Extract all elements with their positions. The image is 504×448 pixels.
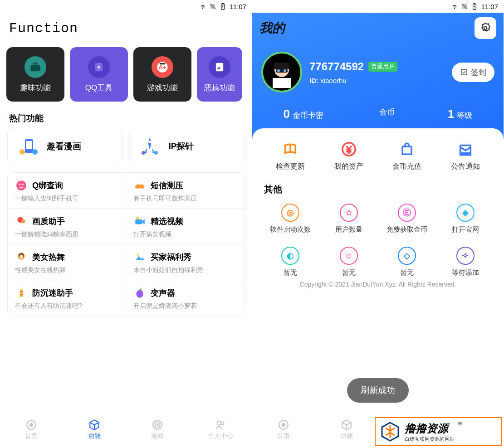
featured-ip[interactable]: IP探针 [129, 129, 245, 164]
featured-label: 趣看漫画 [47, 141, 81, 152]
assets-button[interactable]: 我的资产 [334, 141, 363, 171]
book-icon [282, 141, 298, 157]
other-item[interactable]: ✧等待添加 [436, 247, 495, 277]
svg-rect-21 [135, 219, 142, 224]
girl-icon [15, 251, 28, 263]
svg-point-10 [32, 149, 38, 155]
checkin-button[interactable]: 签到 [452, 63, 494, 82]
bolt-icon [88, 56, 110, 78]
svg-rect-6 [216, 63, 223, 71]
note-icon [209, 56, 230, 78]
svg-point-28 [136, 290, 143, 298]
other-item[interactable]: ◎软件启动次数 [261, 204, 320, 234]
briefcase-icon [24, 56, 46, 78]
svg-point-9 [20, 149, 25, 155]
other-item[interactable]: ◈打开官网 [436, 204, 495, 234]
nav-function[interactable]: 功能 [315, 411, 378, 448]
list-item[interactable]: 短信测压 有手机号即可轰炸测压 [126, 173, 244, 208]
featured-row: 趣看漫画 IP探针 [0, 129, 252, 164]
other-item[interactable]: Ⓔ免费获取金币 [378, 204, 436, 234]
svg-rect-2 [31, 65, 40, 71]
category-game[interactable]: A+ 游戏功能 [133, 47, 191, 102]
stats-row: 0金币卡密 金币 1等级 [252, 93, 504, 121]
status-time: 11:07 [229, 3, 246, 10]
list-item[interactable]: Q绑查询 一键输入查询到手机号 [8, 173, 126, 208]
featured-comics[interactable]: 趣看漫画 [7, 129, 123, 164]
nav-game[interactable]: 游戏 [126, 411, 189, 448]
svg-text:A+: A+ [159, 63, 166, 70]
smile-icon [15, 179, 28, 192]
battery-icon [219, 3, 226, 10]
page-title: Function [0, 13, 252, 40]
svg-point-20 [21, 219, 25, 224]
other-icon: ✧ [456, 247, 475, 265]
avatar[interactable] [261, 52, 302, 93]
lighthouse-icon [15, 287, 28, 299]
settings-button[interactable] [475, 17, 496, 39]
list-item[interactable]: 买家福利秀 来自小姐姐们自拍福利秀 [126, 244, 244, 280]
eggplant-icon [133, 287, 146, 299]
other-item[interactable]: ☆用户数量 [320, 204, 378, 234]
svg-point-14 [16, 180, 26, 190]
user-id: ID: xiaoerhu [309, 77, 445, 84]
list-item[interactable]: 画质助手 一键解锁吃鸡帧率画质 [8, 209, 126, 244]
nav-home[interactable]: 首页 [0, 411, 63, 448]
nav-profile[interactable]: 个人中心 [189, 411, 252, 448]
profile-hero: 我的 776774592 普通用户 ID: xiaoerhu 签到 0金币卡密 … [252, 13, 504, 139]
copyright: Copyright © 2021 JianDuiYun.Xyz. All Rig… [261, 277, 494, 292]
function-screen: 11:07 Function 趣味功能 QQ工具 A+ 游戏功能 恶搞功能 热门… [0, 0, 252, 448]
profile-screen: 11:07 我的 776774592 普通用户 ID: xiaoerhu 签到 … [252, 0, 504, 448]
featured-label: IP探针 [169, 141, 194, 152]
status-bar: 11:07 [0, 0, 252, 13]
category-fun[interactable]: 趣味功能 [6, 47, 64, 102]
comic-icon [15, 136, 40, 157]
status-bar: 11:07 [252, 0, 504, 13]
svg-rect-8 [26, 141, 32, 149]
svg-point-35 [221, 422, 224, 425]
stat-level[interactable]: 1等级 [448, 107, 472, 121]
watermark: 撸撸资源 白嫖互联网资源的网站 ® [375, 417, 502, 446]
other-item[interactable]: ◇暂无 [378, 247, 436, 277]
svg-rect-26 [20, 291, 23, 292]
list-item[interactable]: 美女热舞 性感美女在线热舞 [8, 244, 126, 280]
toast: 刷新成功 [347, 378, 409, 403]
bag-icon [399, 141, 415, 157]
user-uid: 776774592 [309, 60, 364, 73]
svg-point-24 [20, 255, 24, 259]
svg-point-38 [484, 27, 487, 30]
svg-point-43 [277, 69, 280, 72]
category-label: 游戏功能 [147, 83, 178, 93]
svg-point-15 [19, 184, 20, 185]
other-item[interactable]: ◐暂无 [261, 247, 320, 277]
list-item[interactable]: 防沉迷助手 不会还有人有防沉迷吧? [8, 280, 126, 316]
svg-rect-1 [222, 3, 224, 4]
svg-point-51 [282, 424, 285, 427]
sofa-icon [133, 179, 146, 192]
list-item[interactable]: 精选视频 打开搞笑视频 [126, 209, 244, 244]
main-panel: 检查更新 我的资产 金币充值 公告通知 其他 ◎软件启动次数☆用户数量Ⓔ免费获取… [252, 128, 504, 411]
svg-point-30 [30, 424, 33, 427]
list-item[interactable]: 变声器 开启便是娇滴滴小萝莉 [126, 280, 244, 316]
status-time: 11:07 [481, 3, 498, 10]
other-icon: Ⓔ [398, 204, 416, 222]
other-grid: ◎软件启动次数☆用户数量Ⓔ免费获取金币◈打开官网◐暂无☺暂无◇暂无✧等待添加 [261, 204, 494, 277]
nav-function[interactable]: 功能 [63, 411, 126, 448]
rocket-icon [137, 136, 162, 157]
stat-coins[interactable]: 金币 [377, 107, 395, 121]
notice-button[interactable]: 公告通知 [451, 141, 480, 171]
no-sim-icon [461, 3, 468, 10]
nav-home[interactable]: 首页 [252, 411, 315, 448]
svg-rect-37 [474, 3, 475, 4]
category-label: QQ工具 [85, 83, 113, 93]
other-item[interactable]: ☺暂无 [320, 247, 378, 277]
watermark-subtitle: 白嫖互联网资源的网站 [405, 436, 455, 443]
svg-point-13 [154, 151, 158, 155]
watermark-r: ® [458, 421, 462, 426]
watermark-logo-icon [379, 421, 401, 443]
stat-coins-card[interactable]: 0金币卡密 [284, 107, 323, 121]
recharge-button[interactable]: 金币充值 [392, 141, 421, 171]
category-prank[interactable]: 恶搞功能 [197, 47, 242, 102]
check-update-button[interactable]: 检查更新 [276, 141, 305, 171]
category-qq[interactable]: QQ工具 [70, 47, 128, 102]
video-icon [133, 215, 146, 228]
